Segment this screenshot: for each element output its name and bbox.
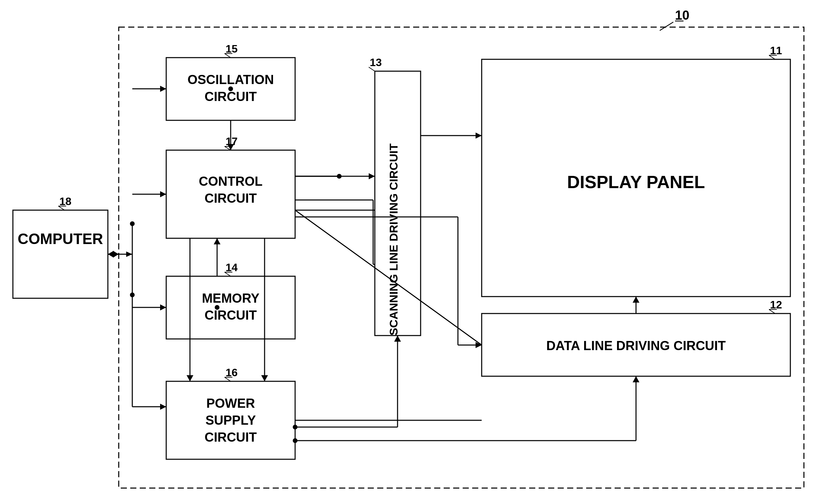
svg-text:DATA LINE DRIVING CIRCUIT: DATA LINE DRIVING CIRCUIT <box>546 339 726 353</box>
svg-text:SCANNING LINE DRIVING CIRCUIT: SCANNING LINE DRIVING CIRCUIT <box>387 143 400 336</box>
svg-point-101 <box>337 174 342 179</box>
svg-text:CIRCUIT: CIRCUIT <box>205 191 257 205</box>
svg-text:CIRCUIT: CIRCUIT <box>205 308 257 322</box>
svg-text:CIRCUIT: CIRCUIT <box>205 430 257 444</box>
svg-text:11: 11 <box>770 44 782 57</box>
svg-text:DISPLAY PANEL: DISPLAY PANEL <box>567 172 705 192</box>
svg-text:18: 18 <box>59 195 72 207</box>
svg-point-98 <box>215 305 219 310</box>
svg-text:CIRCUIT: CIRCUIT <box>205 89 257 104</box>
svg-text:MEMORY: MEMORY <box>202 291 259 305</box>
svg-text:CONTROL: CONTROL <box>199 174 263 188</box>
svg-rect-0 <box>0 0 828 504</box>
svg-text:14: 14 <box>226 261 238 274</box>
svg-text:SUPPLY: SUPPLY <box>206 413 256 427</box>
svg-text:13: 13 <box>370 56 382 68</box>
svg-point-99 <box>228 86 233 91</box>
svg-text:15: 15 <box>226 43 238 55</box>
svg-text:COMPUTER: COMPUTER <box>18 230 103 247</box>
svg-text:POWER: POWER <box>206 396 255 410</box>
circuit-diagram: 10 18 COMPUTER 15 OSCILLATION <box>0 0 828 504</box>
svg-text:10: 10 <box>675 8 689 22</box>
svg-text:16: 16 <box>226 366 238 379</box>
svg-text:12: 12 <box>770 299 782 311</box>
diagram: 10 18 COMPUTER 15 OSCILLATION <box>0 0 828 504</box>
svg-point-97 <box>293 425 297 429</box>
svg-text:OSCILLATION: OSCILLATION <box>188 73 274 87</box>
svg-point-96 <box>293 438 297 443</box>
